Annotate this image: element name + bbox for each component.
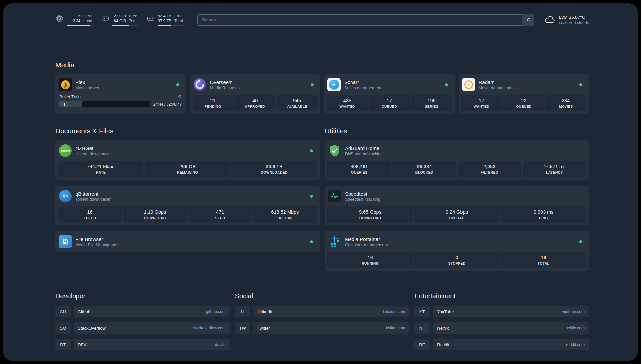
group-title-social: Social xyxy=(235,292,410,300)
bookmark-abbr[interactable]: NF xyxy=(414,322,430,334)
bookmark-abbr[interactable]: LI xyxy=(235,306,250,317)
stat-series: 196SERIES xyxy=(411,95,452,111)
hard-drive-icon xyxy=(146,15,155,23)
pause-button[interactable] xyxy=(59,101,68,107)
app-card-plex[interactable]: ❯ Plex Media server Bullet Train ⚙ xyxy=(55,74,186,114)
disk-total-label: Total xyxy=(174,19,183,24)
section-title-media: Media xyxy=(55,61,589,69)
bookmark-link[interactable]: Reddit reddit.com xyxy=(433,339,589,350)
disk-free-value: 52.4 TB xyxy=(158,14,171,19)
bookmark-abbr[interactable]: RE xyxy=(414,339,430,350)
stat-upload: 9.24 GbpsUPLOAD xyxy=(414,206,500,223)
bookmark-link[interactable]: StackOverflow stackoverflow.com xyxy=(74,322,230,334)
bookmark-youtube[interactable]: YT YouTube youtube.com xyxy=(414,306,589,317)
app-card-overseerr[interactable]: Overseerr Media Requests 21PENDING 40APP… xyxy=(190,74,320,114)
bookmark-github[interactable]: GH Github github.com xyxy=(55,306,230,317)
app-subtitle: DNS and adblocking xyxy=(345,151,382,157)
bookmark-link[interactable]: Netflix netflix.com xyxy=(433,322,589,334)
app-name: Speedtest xyxy=(345,191,380,197)
app-subtitle: Media File Management xyxy=(76,242,120,248)
app-card-sonarr[interactable]: ➤ Sonarr Series management 485WANTED 17Q… xyxy=(324,74,455,114)
app-card-qbittorrent[interactable]: qb qBittorrent Torrent downloader 16LEEC… xyxy=(55,186,320,225)
adguard-shield-icon xyxy=(328,144,341,157)
app-card-adguard[interactable]: AdGuard Home DNS and adblocking 498,461Q… xyxy=(325,140,589,180)
search-provider-button[interactable]: G xyxy=(522,14,534,26)
filebrowser-icon xyxy=(59,235,72,248)
app-card-speedtest[interactable]: Speedtest Speedtest Tracking 9.65 GbpsDO… xyxy=(325,186,589,225)
bookmark-linkedin[interactable]: LI LinkedIn linkedin.com xyxy=(235,306,410,317)
ram-free-value: 22 GiB xyxy=(112,14,126,19)
weather-location: Lviv, 16.87°C xyxy=(559,15,589,20)
stat-downloaded: 39.6 TBDOWNLOADED xyxy=(231,161,317,177)
app-subtitle: Speedtest Tracking xyxy=(345,197,380,202)
bookmark-dev[interactable]: DT DEV dev.to xyxy=(55,339,230,350)
bookmark-link[interactable]: YouTube youtube.com xyxy=(433,306,589,317)
ram-total-value: 64 GiB xyxy=(112,19,126,24)
radarr-icon: ▶ xyxy=(462,78,475,91)
bookmark-abbr[interactable]: GH xyxy=(55,306,71,317)
cpu-percent: 7% xyxy=(67,14,80,19)
app-subtitle: Media Requests xyxy=(210,85,240,91)
bookmark-link[interactable]: DEV dev.to xyxy=(74,339,230,350)
bookmark-group-developer: Developer GH Github github.com SO StackO… xyxy=(55,292,230,355)
ram-widget: 22 GiB 64 GiB Free Total xyxy=(101,14,138,26)
ram-total-label: Total xyxy=(129,19,137,24)
top-bar: 7% 3.24 CPU Load xyxy=(55,11,589,28)
weather-widget: Lviv, 16.87°C scattered clouds xyxy=(544,14,589,25)
disk-free-label: Free xyxy=(174,14,183,19)
bookmark-link[interactable]: Twitter twitter.com xyxy=(253,322,410,334)
app-name: Overseerr xyxy=(210,79,240,85)
bookmark-link[interactable]: Github github.com xyxy=(74,306,230,317)
app-subtitle: Usenet downloader xyxy=(76,151,111,157)
cpu-load-value: 3.24 xyxy=(67,19,80,24)
bookmark-twitter[interactable]: TW Twitter twitter.com xyxy=(235,322,410,334)
status-dot xyxy=(176,83,179,86)
app-card-nzbget[interactable]: nzbget NZBGet Usenet downloader 744.21 M… xyxy=(55,140,320,180)
stat-queued: 22QUEUED xyxy=(503,95,544,111)
app-name: Plex xyxy=(76,79,99,85)
bookmark-abbr[interactable]: SO xyxy=(55,322,71,334)
disk-total-value: 97.9 TB xyxy=(158,19,171,24)
status-dot xyxy=(310,240,313,243)
group-title-developer: Developer xyxy=(55,292,230,300)
bookmark-stackoverflow[interactable]: SO StackOverflow stackoverflow.com xyxy=(55,322,230,334)
ram-bar xyxy=(112,25,138,26)
app-subtitle: Torrent downloader xyxy=(76,197,111,202)
sonarr-icon: ➤ xyxy=(327,78,341,91)
app-subtitle: Container management xyxy=(345,242,388,248)
utilities-column: Utilities AdGuard Home DNS and xyxy=(325,127,589,277)
stat-running: 16RUNNING xyxy=(327,252,413,268)
app-card-radarr[interactable]: ▶ Radarr Movie management 17WANTED 22QUE… xyxy=(459,74,589,114)
bookmark-abbr[interactable]: TW xyxy=(235,322,250,334)
bookmark-abbr[interactable]: DT xyxy=(55,339,71,350)
memory-icon xyxy=(101,15,109,23)
app-card-portainer[interactable]: Media Portainer Container management 16R… xyxy=(325,231,589,271)
app-card-filebrowser[interactable]: File Browser Media File Management xyxy=(55,231,320,252)
cloud-icon xyxy=(544,14,556,25)
stat-remaining: 266 GBREMAINING xyxy=(145,161,230,177)
bookmark-abbr[interactable]: YT xyxy=(414,306,430,317)
stat-upload: 618.52 MbpsUPLOAD xyxy=(253,206,317,223)
stat-ping: 0.993 msPING xyxy=(501,206,586,223)
bookmarks-section: Developer GH Github github.com SO StackO… xyxy=(55,292,589,355)
app-name: Sonarr xyxy=(344,79,381,85)
status-dot xyxy=(445,83,448,86)
cpu-load-label: Load xyxy=(83,19,92,24)
section-title-utilities: Utilities xyxy=(325,127,589,135)
stat-total: 16TOTAL xyxy=(501,252,586,268)
bookmark-link[interactable]: LinkedIn linkedin.com xyxy=(253,306,410,317)
stat-leech: 16LEECH xyxy=(58,206,122,223)
section-title-documents: Documents & Files xyxy=(55,127,320,135)
documents-column: Documents & Files nzbget NZBGet Usenet d… xyxy=(55,127,320,277)
bookmark-netflix[interactable]: NF Netflix netflix.com xyxy=(414,322,589,334)
search-input[interactable] xyxy=(197,14,534,26)
overseerr-icon xyxy=(193,78,206,91)
gear-icon[interactable]: ⚙ xyxy=(178,94,182,99)
playback-progress-bar[interactable] xyxy=(59,101,150,107)
bookmark-reddit[interactable]: RE Reddit reddit.com xyxy=(414,339,589,350)
nzbget-icon: nzbget xyxy=(59,144,72,157)
stat-download: 1.19 GbpsDOWNLOAD xyxy=(123,206,187,223)
stat-available: 945AVAILABLE xyxy=(277,95,318,111)
stat-movies: 834MOVIES xyxy=(545,95,586,111)
cpu-widget: 7% 3.24 CPU Load xyxy=(55,14,92,26)
